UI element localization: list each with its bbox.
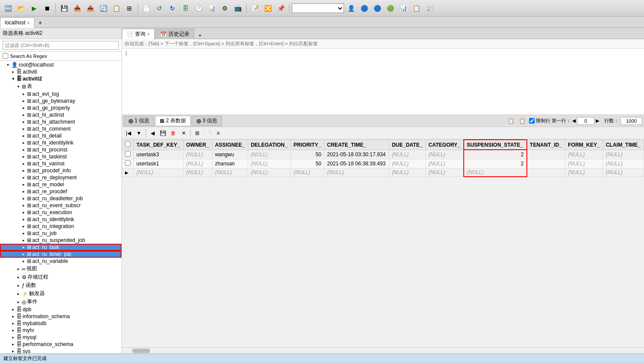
tree-table-act_ru_integration[interactable]: ▸ ⊞ act_ru_integration — [0, 223, 121, 230]
col-priority[interactable]: PRIORITY_ — [291, 140, 324, 150]
delete-btn[interactable]: 🗑 — [169, 128, 178, 138]
monitor-btn[interactable]: 📺 — [232, 2, 244, 14]
tree-table-act_procdef_info[interactable]: ▸ ⊞ act_procdef_info — [0, 167, 121, 174]
col-category[interactable]: CATEGORY_ — [425, 140, 463, 150]
col-owner[interactable]: OWNER_ — [183, 140, 212, 150]
grid-view-btn[interactable]: ⊞ — [192, 128, 202, 138]
tree-table-act_hi_attachment[interactable]: ▸ ⊞ act_hi_attachment — [0, 118, 121, 125]
tree-performance_schema[interactable]: ▸ 🗄 performance_schema — [0, 341, 121, 348]
tree-table-act_hi_varinst[interactable]: ▸ ⊞ act_hi_varinst — [0, 160, 121, 167]
save-btn[interactable]: 💾 — [158, 128, 168, 138]
col-form-key[interactable]: FORM_KEY_ — [565, 140, 603, 150]
regex-checkbox[interactable] — [3, 53, 8, 59]
result-tab-1[interactable]: ◎ 1 信息 — [124, 116, 154, 126]
tree-table-act_hi_comment[interactable]: ▸ ⊞ act_hi_comment — [0, 125, 121, 132]
export-csv-btn[interactable]: 📋 — [506, 116, 516, 126]
import-btn[interactable]: 📥 — [71, 2, 83, 14]
tree-table-act_ru_timer_job[interactable]: ▸ ⊞ act_ru_timer_job — [0, 251, 121, 258]
extra-btn[interactable]: 📌 — [275, 2, 287, 14]
save-btn[interactable]: 💾 — [58, 2, 70, 14]
tree-table-act_evt_log[interactable]: ▸ ⊞ act_evt_log — [0, 91, 121, 97]
scrollbar-thumb[interactable] — [132, 349, 150, 353]
tree-table-act_hi_taskinst[interactable]: ▸ ⊞ act_hi_taskinst — [0, 153, 121, 160]
tree-table-act_ru_task[interactable]: ▸ ⊞ act_ru_task — [0, 244, 121, 251]
tree-table-act_re_deployment[interactable]: ▸ ⊞ act_re_deployment — [0, 174, 121, 181]
result-tab-3[interactable]: ◎ 3 信息 — [192, 116, 222, 126]
tree-table-act_ru_suspended_job[interactable]: ▸ ⊞ act_ru_suspended_job — [0, 237, 121, 244]
nav-next[interactable]: ▶ — [596, 118, 599, 124]
grid-btn[interactable]: ⊞ — [123, 2, 135, 14]
dropdown-btn[interactable]: ▼ — [134, 128, 144, 138]
data-table-container[interactable]: TASK_DEF_KEY_ OWNER_ ASSIGNEE_ DELEGATIO… — [122, 139, 644, 347]
tree-mysql[interactable]: ▸ 🗄 mysql — [0, 334, 121, 341]
schema-btn2[interactable]: 🔵 — [371, 2, 383, 14]
nav-prev[interactable]: ◀ — [572, 118, 576, 124]
tree-table-act_hi_identitylink[interactable]: ▸ ⊞ act_hi_identitylink — [0, 139, 121, 146]
tree-triggers-group[interactable]: ▸ ⚡ 触发器 — [0, 289, 121, 298]
new-btn[interactable]: 🆕 — [2, 2, 14, 14]
filter-input[interactable] — [3, 41, 119, 50]
db-btn[interactable]: 🗄 — [179, 2, 192, 14]
tree-table-act_hi_procinst[interactable]: ▸ ⊞ act_hi_procinst — [0, 146, 121, 153]
schema-btn3[interactable]: 🟢 — [384, 2, 396, 14]
add-tab-btn[interactable]: + — [35, 18, 45, 27]
tree-root[interactable]: ▾ 👤 root@localhost — [0, 61, 121, 68]
localhost-tab[interactable]: localhost × — [0, 17, 34, 28]
tree-table-act_ru_event_subscr[interactable]: ▸ ⊞ act_ru_event_subscr — [0, 202, 121, 209]
tree-activiti2[interactable]: ▾ 🗄 activiti2 — [0, 75, 121, 82]
query-tab-2[interactable]: 📅 历史记录 — [155, 29, 194, 39]
tree-table-act_ru_job[interactable]: ▸ ⊞ act_ru_job — [0, 230, 121, 237]
tree-table-act_hi_actinst[interactable]: ▸ ⊞ act_hi_actinst — [0, 111, 121, 118]
result-tab-2[interactable]: ⊞ 2 表数据 — [155, 116, 191, 126]
tree-mybatisdb[interactable]: ▸ 🗄 mybatisdb — [0, 320, 121, 327]
tree-activiti[interactable]: ▸ 🗄 activiti — [0, 68, 121, 75]
form-view-btn[interactable]: 📄 — [203, 128, 212, 138]
schema-btn4[interactable]: 📊 — [397, 2, 409, 14]
open-btn[interactable]: 📂 — [15, 2, 27, 14]
tree-table-act_ru_identitylink[interactable]: ▸ ⊞ act_ru_identitylink — [0, 216, 121, 223]
text-view-btn[interactable]: ≡ — [213, 128, 223, 138]
col-assignee[interactable]: ASSIGNEE_ — [212, 140, 248, 150]
tree-myhr[interactable]: ▸ 🗄 myhr — [0, 327, 121, 334]
tree-funcs-group[interactable]: ▸ ƒ 函数 — [0, 281, 121, 289]
tree-tables-group[interactable]: ▾ ⊞ 表 — [0, 82, 121, 91]
export-btn[interactable]: 📤 — [84, 2, 96, 14]
schema-btn5[interactable]: 📋 — [410, 2, 422, 14]
clock-btn[interactable]: 🕐 — [192, 2, 205, 14]
query-btn[interactable]: 📄 — [140, 2, 152, 14]
tree-table-act_ru_variable[interactable]: ▸ ⊞ act_ru_variable — [0, 258, 121, 265]
settings-btn[interactable]: ⚙ — [219, 2, 231, 14]
query-tab-1[interactable]: 📄 查询 × — [122, 29, 155, 39]
cancel-btn[interactable]: ✕ — [179, 128, 189, 138]
tree-table-act_ru_deadletter_job[interactable]: ▸ ⊞ act_ru_deadletter_job — [0, 195, 121, 202]
col-create-time[interactable]: CREATE_TIME_ — [324, 140, 389, 150]
db-selector[interactable]: activiti2 — [292, 3, 344, 13]
col-claim-time[interactable]: CLAIM_TIME_ — [603, 140, 644, 150]
scrollbar-area[interactable] — [122, 347, 644, 353]
refresh-btn[interactable]: ↺ — [153, 2, 165, 14]
limit-checkbox[interactable] — [529, 118, 535, 124]
tree-procs-group[interactable]: ▸ ⚙ 存储过程 — [0, 273, 121, 281]
tree-events-group[interactable]: ▸ ◎ 事件 — [0, 298, 121, 306]
limit-from-input[interactable]: 0 — [577, 117, 594, 125]
script-btn[interactable]: 📝 — [249, 2, 261, 14]
col-tenant-id[interactable]: TENANT_ID_ — [527, 140, 565, 150]
tree-table-act_hi_detail[interactable]: ▸ ⊞ act_hi_detail — [0, 132, 121, 139]
tree-table-act_re_model[interactable]: ▸ ⊞ act_re_model — [0, 181, 121, 188]
first-btn[interactable]: |◀ — [124, 128, 133, 138]
log-btn[interactable]: 📊 — [206, 2, 218, 14]
rows-value-input[interactable]: 1000 — [620, 117, 642, 125]
tree-views-group[interactable]: ▸ ∞ 视图 — [0, 265, 121, 273]
col-due-date[interactable]: DUE_DATE_ — [389, 140, 425, 150]
tree-information_schema[interactable]: ▸ 🗄 information_schema — [0, 313, 121, 320]
query-tab-close[interactable]: × — [147, 32, 150, 37]
stop-btn[interactable]: ⏹ — [41, 2, 53, 14]
schema-btn6[interactable]: 📰 — [423, 2, 435, 14]
query-editor[interactable]: 1 — [122, 49, 644, 115]
tree-table-act_re_procdef[interactable]: ▸ ⊞ act_re_procdef — [0, 188, 121, 195]
col-suspension-state[interactable]: SUSPENSION_STATE_ — [464, 140, 527, 150]
select-all-checkbox[interactable] — [125, 141, 131, 147]
tree-table-act_ru_execution[interactable]: ▸ ⊞ act_ru_execution — [0, 209, 121, 216]
tree-table-act_ge_bytesarray[interactable]: ▸ ⊞ act_ge_bytesarray — [0, 97, 121, 104]
reload-btn[interactable]: ↻ — [166, 2, 179, 14]
